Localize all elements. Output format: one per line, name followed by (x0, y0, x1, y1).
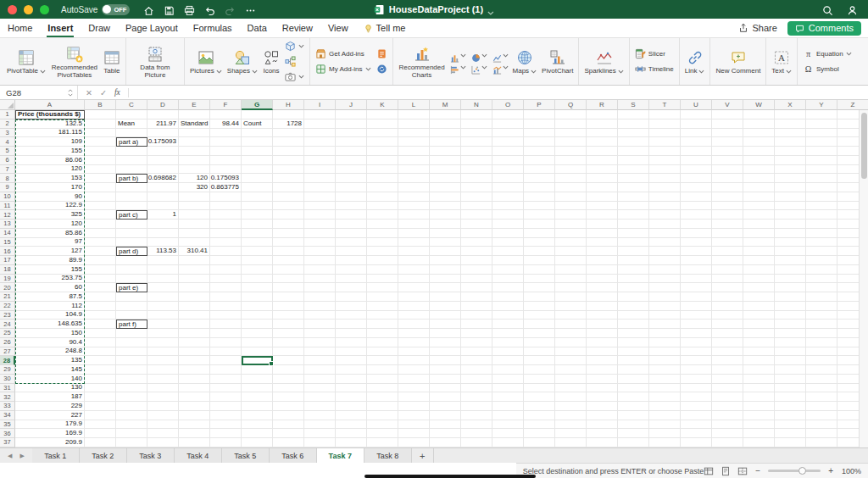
cell-T1[interactable] (649, 110, 681, 119)
cell-P17[interactable] (524, 256, 555, 265)
cell-L11[interactable] (398, 202, 430, 211)
cell-B8[interactable] (85, 174, 116, 183)
cell-T12[interactable] (649, 210, 681, 220)
menu-tab-formulas[interactable]: Formulas (186, 19, 240, 37)
cell-R23[interactable] (587, 311, 618, 320)
cell-E25[interactable] (179, 329, 210, 338)
cell-N25[interactable] (461, 329, 492, 338)
cell-W18[interactable] (743, 265, 775, 275)
menu-tab-tell-me[interactable]: Tell me (356, 19, 414, 37)
cell-T31[interactable] (649, 384, 681, 393)
cell-G10[interactable] (242, 192, 273, 202)
cell-F22[interactable] (210, 302, 242, 311)
cell-P21[interactable] (524, 292, 555, 302)
cell-V14[interactable] (712, 229, 743, 238)
cell-A6[interactable]: 86.06 (15, 156, 85, 165)
cell-S33[interactable] (618, 402, 649, 411)
cell-R5[interactable] (587, 147, 618, 156)
cell-X21[interactable] (775, 292, 806, 302)
cell-G3[interactable] (242, 129, 273, 138)
cell-R32[interactable] (587, 392, 618, 402)
cell-H20[interactable] (273, 283, 304, 292)
cell-A33[interactable]: 229 (15, 402, 85, 411)
cell-T4[interactable] (649, 137, 681, 147)
cell-B37[interactable] (85, 438, 116, 447)
cell-L29[interactable] (398, 365, 430, 375)
cell-C16[interactable]: part d) (116, 247, 147, 256)
cell-G30[interactable] (242, 375, 273, 384)
cell-U20[interactable] (681, 283, 712, 292)
cell-Q7[interactable] (555, 165, 587, 175)
tab-scroll-left-icon[interactable]: ◀ (8, 453, 12, 459)
cell-A14[interactable]: 85.86 (15, 229, 85, 238)
menu-tab-data[interactable]: Data (240, 19, 275, 37)
pictures-button[interactable]: Pictures (188, 46, 224, 77)
cell-U37[interactable] (681, 438, 712, 447)
cell-W11[interactable] (743, 202, 775, 211)
cell-Y26[interactable] (806, 338, 837, 347)
comments-button[interactable]: Comments (787, 21, 861, 36)
cell-G11[interactable] (242, 202, 273, 211)
cell-S26[interactable] (618, 338, 649, 347)
cell-J18[interactable] (336, 265, 367, 275)
cell-M28[interactable] (430, 356, 461, 365)
cell-T33[interactable] (649, 402, 681, 411)
cell-S27[interactable] (618, 347, 649, 357)
cell-S22[interactable] (618, 302, 649, 311)
cell-C23[interactable] (116, 311, 147, 320)
cell-S28[interactable] (618, 356, 649, 365)
cell-F1[interactable] (210, 110, 242, 119)
sheet-tab-task-8[interactable]: Task 8 (364, 448, 412, 463)
cell-W29[interactable] (743, 365, 775, 375)
cell-I8[interactable] (304, 174, 336, 183)
cell-V13[interactable] (712, 220, 743, 229)
cell-J8[interactable] (336, 174, 367, 183)
cell-Y5[interactable] (806, 147, 837, 156)
cell-M37[interactable] (430, 438, 461, 447)
shapes-button[interactable]: Shapes (225, 46, 259, 77)
cell-O27[interactable] (492, 347, 524, 357)
cell-F14[interactable] (210, 229, 242, 238)
cell-M32[interactable] (430, 392, 461, 402)
cell-V7[interactable] (712, 165, 743, 175)
cell-L21[interactable] (398, 292, 430, 302)
cell-J28[interactable] (336, 356, 367, 365)
cell-R36[interactable] (587, 429, 618, 438)
cell-C35[interactable] (116, 420, 147, 430)
cell-W37[interactable] (743, 438, 775, 447)
cell-L20[interactable] (398, 283, 430, 292)
combo-chart-button[interactable] (492, 63, 509, 72)
cell-B30[interactable] (85, 375, 116, 384)
new-comment-button[interactable]: New Comment (714, 46, 762, 77)
row-header-7[interactable]: 7 (0, 165, 15, 175)
cell-B21[interactable] (85, 292, 116, 302)
cell-S2[interactable] (618, 119, 649, 129)
cell-Q30[interactable] (555, 375, 587, 384)
cell-O10[interactable] (492, 192, 524, 202)
cell-D17[interactable] (147, 256, 179, 265)
cell-O29[interactable] (492, 365, 524, 375)
cell-N13[interactable] (461, 220, 492, 229)
formula-input[interactable] (129, 86, 858, 99)
cell-Q17[interactable] (555, 256, 587, 265)
cell-D3[interactable] (147, 129, 179, 138)
cell-I35[interactable] (304, 420, 336, 430)
cell-E8[interactable]: 120 (179, 174, 210, 183)
scatter-chart-button[interactable] (470, 63, 488, 72)
cell-M20[interactable] (430, 283, 461, 292)
cell-R16[interactable] (587, 247, 618, 256)
cell-U7[interactable] (681, 165, 712, 175)
cell-S35[interactable] (618, 420, 649, 430)
cell-L32[interactable] (398, 392, 430, 402)
cell-C4[interactable]: part a) (116, 137, 147, 147)
cell-C15[interactable] (116, 238, 147, 247)
cell-E23[interactable] (179, 311, 210, 320)
cell-D7[interactable] (147, 165, 179, 175)
cell-R21[interactable] (587, 292, 618, 302)
cell-G9[interactable] (242, 183, 273, 192)
cell-H32[interactable] (273, 392, 304, 402)
cell-C24[interactable]: part f) (116, 320, 147, 329)
col-header-I[interactable]: I (304, 100, 336, 110)
sheet-tab-task-6[interactable]: Task 6 (270, 448, 317, 463)
cell-D20[interactable] (147, 283, 179, 292)
